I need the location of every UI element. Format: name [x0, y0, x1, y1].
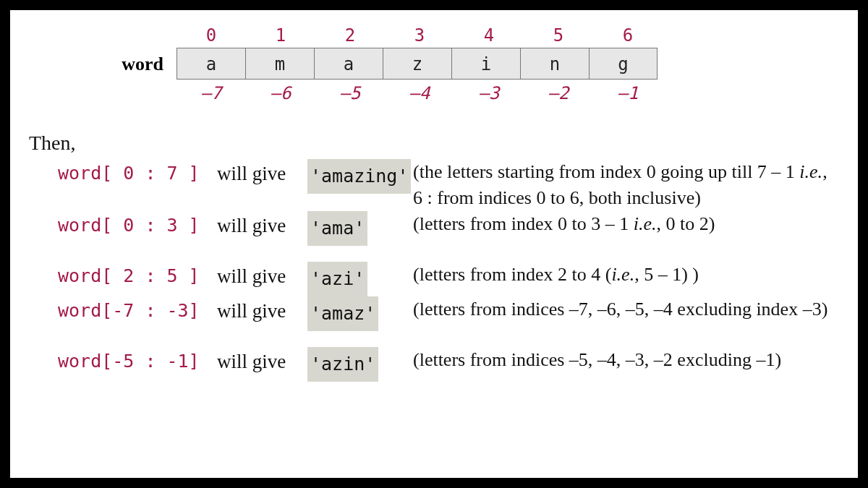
example-row: word[-7 : -3] will give 'amaz' (letters … [58, 296, 839, 331]
example-row: word[ 0 : 7 ] will give 'amazing' (the l… [58, 159, 839, 211]
slice-result: 'azi' [307, 262, 413, 296]
neg-idx: –3 [454, 81, 524, 106]
pos-idx: 5 [524, 23, 593, 48]
negative-index-row: –7 –6 –5 –4 –3 –2 –1 [176, 81, 663, 106]
slice-result: 'ama' [307, 211, 413, 246]
pos-idx: 6 [593, 23, 663, 48]
word-label: word [87, 48, 176, 81]
slice-explanation: (the letters starting from index 0 going… [413, 159, 839, 211]
slice-code: word[-5 : -1] [58, 347, 217, 376]
pos-idx: 1 [246, 23, 315, 48]
letter-cell: m [245, 48, 314, 80]
will-give: will give [217, 159, 307, 188]
will-give: will give [217, 262, 307, 291]
neg-idx: –7 [176, 81, 246, 106]
slice-code: word[ 2 : 5 ] [58, 262, 217, 291]
result-literal: 'azin' [307, 347, 378, 382]
index-diagram: 0 1 2 3 4 5 6 word a m a z i n g [87, 23, 680, 106]
slice-code: word[ 0 : 3 ] [58, 211, 217, 240]
result-literal: 'azi' [307, 262, 367, 296]
will-give: will give [217, 211, 307, 240]
letter-row: a m a z i n g [176, 48, 658, 81]
then-text: Then, [29, 132, 839, 155]
slice-explanation: (letters from index 2 to 4 (i.e., 5 – 1)… [413, 262, 839, 288]
example-row: word[ 2 : 5 ] will give 'azi' (letters f… [58, 262, 839, 296]
pos-idx: 3 [385, 23, 454, 48]
result-literal: 'ama' [307, 211, 367, 246]
letter-cell: n [520, 48, 589, 80]
neg-idx: –5 [315, 81, 385, 106]
will-give: will give [217, 347, 307, 376]
result-literal: 'amazing' [307, 159, 411, 194]
letter-cell: i [451, 48, 520, 80]
slice-explanation: (letters from indices –7, –6, –5, –4 exc… [413, 296, 839, 322]
letter-cell: a [176, 48, 245, 80]
result-literal: 'amaz' [307, 296, 378, 331]
examples: word[ 0 : 7 ] will give 'amazing' (the l… [29, 159, 839, 382]
slice-explanation: (letters from indices –5, –4, –3, –2 exc… [413, 347, 839, 373]
page: 0 1 2 3 4 5 6 word a m a z i n g [10, 10, 858, 478]
neg-idx: –1 [593, 81, 663, 106]
neg-idx: –4 [385, 81, 454, 106]
slice-result: 'amaz' [307, 296, 413, 331]
pos-idx: 0 [176, 23, 246, 48]
will-give: will give [217, 296, 307, 325]
letter-cell: z [383, 48, 451, 80]
slice-code: word[-7 : -3] [58, 296, 217, 325]
slice-result: 'amazing' [307, 159, 413, 194]
positive-index-row: 0 1 2 3 4 5 6 [176, 23, 663, 48]
slice-result: 'azin' [307, 347, 413, 382]
slice-explanation: (letters from index 0 to 3 – 1 i.e., 0 t… [413, 211, 839, 237]
neg-idx: –2 [524, 81, 593, 106]
slice-code: word[ 0 : 7 ] [58, 159, 217, 188]
pos-idx: 4 [454, 23, 524, 48]
example-row: word[-5 : -1] will give 'azin' (letters … [58, 347, 839, 382]
example-row: word[ 0 : 3 ] will give 'ama' (letters f… [58, 211, 839, 246]
neg-idx: –6 [246, 81, 315, 106]
pos-idx: 2 [315, 23, 385, 48]
letter-cell: a [314, 48, 383, 80]
letter-cell: g [589, 48, 658, 80]
